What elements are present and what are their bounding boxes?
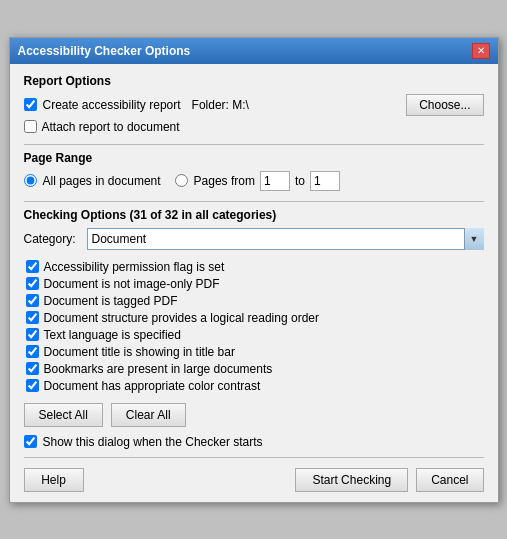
page-range-section: Page Range All pages in document Pages f… (24, 151, 484, 191)
accessibility-checker-dialog: Accessibility Checker Options ✕ Report O… (9, 37, 499, 503)
check-cb2[interactable] (26, 277, 39, 290)
category-label: Category: (24, 232, 79, 246)
pages-from-label[interactable]: Pages from (175, 174, 255, 188)
footer-right: Start Checking Cancel (295, 468, 483, 492)
all-pages-radio[interactable] (24, 174, 37, 187)
show-dialog-row: Show this dialog when the Checker starts (24, 435, 484, 449)
help-button[interactable]: Help (24, 468, 84, 492)
check-cb1[interactable] (26, 260, 39, 273)
check-cb7[interactable] (26, 362, 39, 375)
dialog-title: Accessibility Checker Options (18, 44, 191, 58)
choose-button[interactable]: Choose... (406, 94, 483, 116)
folder-label: Folder: M:\ (192, 98, 249, 112)
page-range-row: All pages in document Pages from 1 to 1 (24, 171, 484, 191)
list-item: Document is tagged PDF (26, 294, 484, 308)
category-select-wrapper: Document Forms Alternate Text Tables Lis… (87, 228, 484, 250)
list-item: Document is not image-only PDF (26, 277, 484, 291)
create-report-label[interactable]: Create accessibility report (24, 98, 181, 112)
list-item: Text language is specified (26, 328, 484, 342)
category-row: Category: Document Forms Alternate Text … (24, 228, 484, 250)
create-report-checkbox[interactable] (24, 98, 37, 111)
check-cb5[interactable] (26, 328, 39, 341)
clear-all-button[interactable]: Clear All (111, 403, 186, 427)
create-report-row: Create accessibility report Folder: M:\ … (24, 94, 484, 116)
page-range-label: Page Range (24, 151, 484, 165)
category-select[interactable]: Document Forms Alternate Text Tables Lis… (87, 228, 484, 250)
report-options-section: Report Options Create accessibility repo… (24, 74, 484, 134)
footer-buttons: Help Start Checking Cancel (24, 464, 484, 492)
pages-from-radio[interactable] (175, 174, 188, 187)
list-item: Document title is showing in title bar (26, 345, 484, 359)
check-cb4[interactable] (26, 311, 39, 324)
check-cb6[interactable] (26, 345, 39, 358)
list-item: Document has appropriate color contrast (26, 379, 484, 393)
close-button[interactable]: ✕ (472, 43, 490, 59)
select-all-button[interactable]: Select All (24, 403, 103, 427)
divider-1 (24, 144, 484, 145)
show-dialog-checkbox[interactable] (24, 435, 37, 448)
list-item: Document structure provides a logical re… (26, 311, 484, 325)
dialog-body: Report Options Create accessibility repo… (10, 64, 498, 502)
show-dialog-label[interactable]: Show this dialog when the Checker starts (24, 435, 263, 449)
check-cb3[interactable] (26, 294, 39, 307)
all-pages-label[interactable]: All pages in document (24, 174, 161, 188)
pages-from-input[interactable]: 1 (260, 171, 290, 191)
attach-report-checkbox[interactable] (24, 120, 37, 133)
title-bar: Accessibility Checker Options ✕ (10, 38, 498, 64)
pages-from-group: Pages from 1 to 1 (175, 171, 340, 191)
check-cb8[interactable] (26, 379, 39, 392)
checking-options-label: Checking Options (31 of 32 in all catego… (24, 208, 484, 222)
start-checking-button[interactable]: Start Checking (295, 468, 408, 492)
report-options-label: Report Options (24, 74, 484, 88)
attach-report-row: Attach report to document (24, 120, 484, 134)
checklist: Accessibility permission flag is set Doc… (24, 260, 484, 393)
checking-options-section: Checking Options (31 of 32 in all catego… (24, 208, 484, 250)
folder-left: Create accessibility report Folder: M:\ (24, 98, 249, 112)
footer-divider (24, 457, 484, 458)
attach-report-label[interactable]: Attach report to document (24, 120, 180, 134)
list-item: Accessibility permission flag is set (26, 260, 484, 274)
divider-2 (24, 201, 484, 202)
pages-to-input[interactable]: 1 (310, 171, 340, 191)
list-item: Bookmarks are present in large documents (26, 362, 484, 376)
cancel-button[interactable]: Cancel (416, 468, 483, 492)
bottom-buttons: Select All Clear All (24, 403, 484, 427)
